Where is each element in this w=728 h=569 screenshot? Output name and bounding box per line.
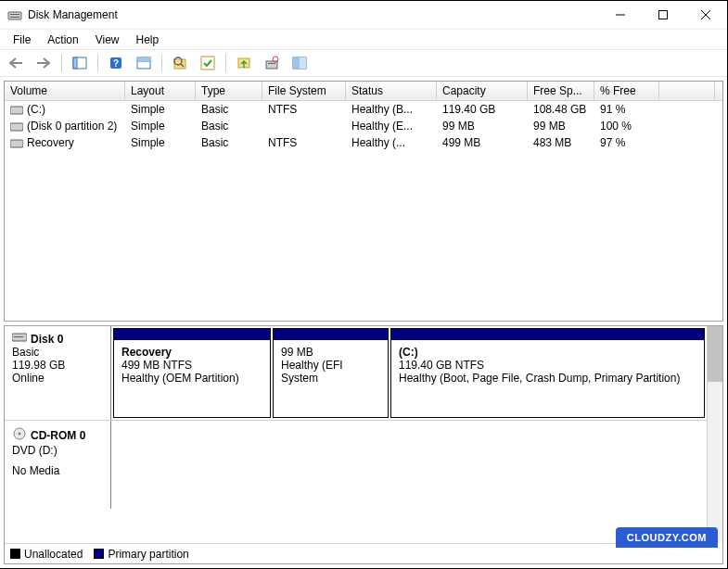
svg-point-31	[19, 433, 21, 436]
action3-button[interactable]	[289, 53, 310, 73]
partition-title: (C:)	[399, 346, 696, 359]
svg-rect-26	[10, 123, 23, 131]
volume-capacity: 99 MB	[437, 119, 528, 133]
watermark: CLOUDZY.COM	[616, 527, 718, 548]
volume-icon	[10, 105, 23, 114]
forward-button[interactable]	[33, 53, 54, 73]
volume-type: Basic	[196, 119, 262, 133]
toolbar-separator	[161, 54, 162, 72]
action1-button[interactable]	[234, 53, 254, 73]
partition[interactable]: 99 MB Healthy (EFI System	[273, 328, 389, 418]
volume-icon	[10, 121, 23, 131]
col-type[interactable]: Type	[196, 82, 262, 100]
volume-fs: NTFS	[262, 135, 346, 150]
menu-file[interactable]: File	[6, 32, 38, 48]
svg-rect-2	[10, 17, 19, 18]
scrollbar-thumb[interactable]	[708, 326, 722, 382]
partition-status: Healthy (EFI System	[281, 359, 380, 385]
window-title: Disk Management	[28, 8, 599, 21]
svg-rect-20	[268, 63, 275, 64]
volume-layout: Simple	[125, 135, 196, 150]
partition[interactable]: Recovery 499 MB NTFS Healthy (OEM Partit…	[113, 328, 271, 418]
partition-size: 119.40 GB NTFS	[399, 359, 696, 372]
disk-partitions-empty	[111, 421, 707, 509]
col-pct-free[interactable]: % Free	[594, 82, 659, 100]
action2-button[interactable]	[262, 53, 282, 73]
svg-rect-17	[201, 57, 214, 70]
maximize-button[interactable]	[642, 1, 684, 29]
disk-row[interactable]: Disk 0 Basic 119.98 GB Online Recovery 4…	[5, 326, 707, 421]
minimize-button[interactable]	[599, 1, 642, 29]
legend-swatch-primary	[94, 549, 104, 559]
disk-row[interactable]: CD-ROM 0 DVD (D:) No Media	[5, 421, 707, 509]
col-filesystem[interactable]: File System	[262, 82, 346, 100]
svg-rect-8	[73, 57, 77, 69]
svg-rect-0	[8, 12, 21, 19]
menu-view[interactable]: View	[88, 32, 127, 48]
svg-rect-1	[10, 14, 19, 15]
partition-header	[114, 329, 270, 340]
close-button[interactable]	[684, 1, 727, 29]
partition[interactable]: (C:) 119.40 GB NTFS Healthy (Boot, Page …	[390, 328, 705, 418]
refresh-button[interactable]	[170, 53, 190, 73]
properties-button[interactable]	[134, 53, 154, 73]
col-layout[interactable]: Layout	[125, 82, 196, 100]
scrollbar[interactable]	[707, 326, 722, 543]
partition-header	[274, 329, 388, 340]
rescan-button[interactable]	[198, 53, 218, 73]
volume-free: 108.48 GB	[528, 102, 594, 117]
show-hide-tree-button[interactable]	[70, 53, 90, 73]
volume-type: Basic	[196, 102, 262, 117]
col-remainder	[659, 82, 715, 100]
col-volume[interactable]: Volume	[5, 82, 125, 100]
disk-partitions: Recovery 499 MB NTFS Healthy (OEM Partit…	[111, 326, 707, 420]
volume-list-header: Volume Layout Type File System Status Ca…	[5, 82, 722, 101]
partition-header	[391, 329, 704, 340]
col-free[interactable]: Free Sp...	[528, 82, 594, 100]
app-icon	[7, 7, 22, 22]
volume-capacity: 119.40 GB	[437, 102, 528, 117]
volume-row[interactable]: Recovery Simple Basic NTFS Healthy (... …	[5, 134, 722, 151]
partition-size: 499 MB NTFS	[121, 359, 262, 372]
disk-title: CD-ROM 0	[31, 429, 85, 442]
col-status[interactable]: Status	[346, 82, 437, 100]
volume-layout: Simple	[125, 119, 196, 133]
titlebar: Disk Management	[0, 1, 727, 29]
volume-row[interactable]: (Disk 0 partition 2) Simple Basic Health…	[5, 118, 722, 134]
disk-line1: DVD (D:)	[12, 444, 103, 457]
volume-status: Healthy (...	[346, 135, 437, 150]
menubar: File Action View Help	[0, 29, 727, 49]
svg-rect-25	[10, 107, 23, 114]
menu-action[interactable]: Action	[40, 32, 85, 48]
volume-pct: 97 %	[594, 135, 659, 150]
toolbar-separator	[225, 54, 226, 72]
toolbar: ?	[0, 49, 727, 77]
col-capacity[interactable]: Capacity	[437, 82, 528, 100]
volume-type: Basic	[196, 135, 262, 150]
disk-info: CD-ROM 0 DVD (D:) No Media	[5, 421, 111, 509]
volume-row[interactable]: (C:) Simple Basic NTFS Healthy (B... 119…	[5, 101, 722, 118]
volume-capacity: 499 MB	[437, 135, 528, 150]
legend-swatch-unallocated	[10, 549, 20, 559]
volume-name: (Disk 0 partition 2)	[27, 120, 117, 133]
volume-free: 99 MB	[528, 119, 594, 133]
svg-rect-23	[293, 57, 300, 69]
back-button[interactable]	[6, 53, 26, 73]
disk-body: Disk 0 Basic 119.98 GB Online Recovery 4…	[5, 326, 722, 543]
svg-rect-24	[300, 57, 306, 69]
help-button[interactable]: ?	[106, 53, 126, 73]
legend-primary: Primary partition	[108, 548, 188, 561]
svg-rect-29	[14, 336, 23, 337]
disk-title: Disk 0	[31, 333, 63, 346]
partition-status: Healthy (OEM Partition)	[121, 372, 262, 385]
svg-rect-27	[10, 140, 23, 147]
disk-info: Disk 0 Basic 119.98 GB Online	[5, 326, 111, 420]
volume-name: (C:)	[27, 103, 45, 116]
disk-line2: No Media	[12, 464, 103, 477]
volume-layout: Simple	[125, 102, 196, 117]
volume-list[interactable]: Volume Layout Type File System Status Ca…	[4, 81, 723, 322]
menu-help[interactable]: Help	[129, 32, 167, 48]
svg-text:?: ?	[113, 58, 119, 69]
legend-unallocated: Unallocated	[24, 548, 83, 561]
partition-size: 99 MB	[281, 346, 380, 359]
